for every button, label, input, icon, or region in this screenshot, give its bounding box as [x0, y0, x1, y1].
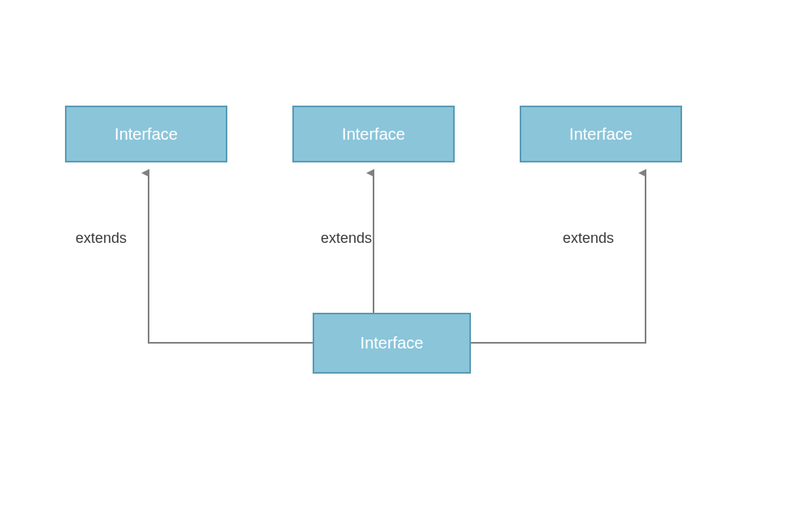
connector-svg: [0, 0, 812, 528]
connector-left: [149, 173, 313, 343]
interface-label: Interface: [114, 125, 178, 144]
interface-label: Interface: [569, 125, 633, 144]
interface-box-top-right: Interface: [520, 106, 682, 162]
extends-label-center: extends: [321, 230, 372, 247]
interface-label: Interface: [361, 334, 424, 353]
interface-box-top-left: Interface: [65, 106, 227, 162]
extends-label-right: extends: [563, 230, 614, 247]
interface-box-bottom: Interface: [313, 313, 471, 374]
connector-right: [471, 173, 646, 343]
interface-label: Interface: [342, 125, 405, 144]
interface-box-top-center: Interface: [292, 106, 455, 162]
extends-label-left: extends: [76, 230, 127, 247]
